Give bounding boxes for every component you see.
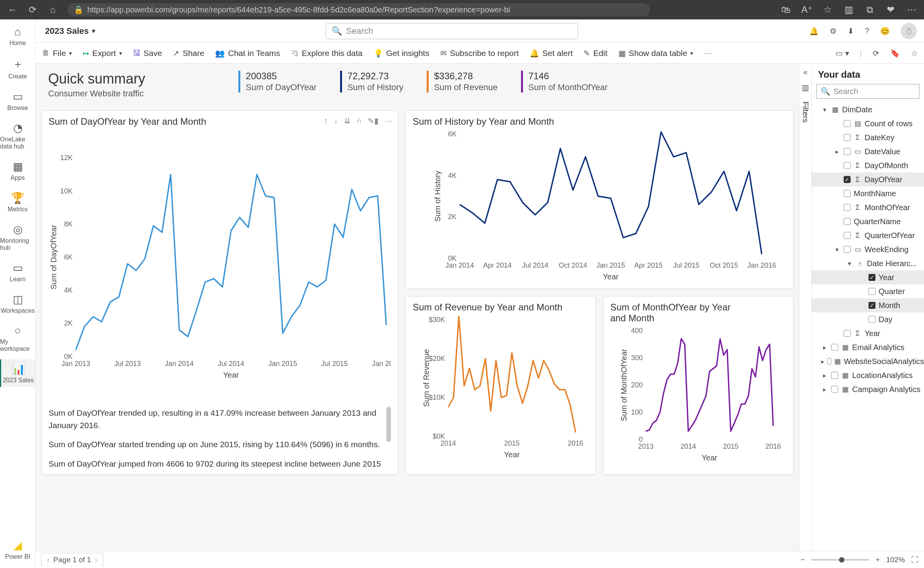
checkbox[interactable] (844, 162, 851, 169)
rail-footer[interactable]: ◢Power BI (0, 536, 35, 563)
kpi-card[interactable]: 7146Sum of MonthOfYear (521, 71, 608, 92)
show-data-table-button[interactable]: ▦Show data table▾ (618, 49, 693, 58)
set-alert-button[interactable]: 🔔Set alert (530, 49, 573, 58)
read-aloud-icon[interactable]: A⁺ (801, 4, 812, 15)
field-websitesocialanalytics[interactable]: ▸▦WebsiteSocialAnalytics (812, 354, 924, 368)
field-locationanalytics[interactable]: ▸▦LocationAnalytics (812, 368, 924, 382)
more-options-icon[interactable]: ⋯ (704, 49, 712, 58)
export-menu[interactable]: ↦Export▾ (83, 49, 122, 58)
field-date-hierarc-[interactable]: ▾⑃Date Hierarc... (812, 256, 924, 270)
kpi-card[interactable]: $336,278Sum of Revenue (427, 71, 498, 92)
workspace-selector[interactable]: 2023 Sales ▾ (45, 26, 95, 36)
rail-item-onelake-data-hub[interactable]: ◔OneLake data hub (0, 118, 35, 153)
field-count-of-rows[interactable]: ▤Count of rows (812, 117, 924, 131)
expand-all-icon[interactable]: ⇊ (344, 116, 351, 125)
checkbox[interactable] (844, 190, 851, 197)
field-quarterofyear[interactable]: ΣQuarterOfYear (812, 228, 924, 242)
chevron-icon[interactable]: ▸ (821, 372, 828, 379)
field-quarter[interactable]: Quarter (812, 284, 924, 298)
field-monthofyear[interactable]: ΣMonthOfYear (812, 200, 924, 214)
settings-icon[interactable]: ⚙ (830, 26, 837, 36)
checkbox[interactable] (844, 218, 851, 225)
chevron-icon[interactable]: ▸ (834, 148, 841, 155)
rail-item-my-workspace[interactable]: ○My workspace (0, 321, 35, 355)
field-datevalue[interactable]: ▸▭DateValue (812, 145, 924, 159)
chart-icon[interactable]: ▥ (802, 83, 809, 92)
chevron-icon[interactable]: ▸ (821, 344, 828, 351)
notifications-icon[interactable]: 🔔 (809, 26, 819, 36)
rail-item-2023-sales[interactable]: 📊2023 Sales (0, 359, 35, 387)
checkbox[interactable] (844, 204, 851, 211)
zoom-in-button[interactable]: + (875, 556, 880, 564)
star-icon[interactable]: ☆ (911, 49, 918, 58)
field-month[interactable]: ✓Month (812, 298, 924, 312)
field-quartername[interactable]: QuarterName (812, 214, 924, 228)
checkbox[interactable]: ✓ (868, 274, 875, 281)
field-dayofmonth[interactable]: ΣDayOfMonth (812, 159, 924, 172)
filters-rail[interactable]: « ▥ Filters (799, 64, 811, 551)
checkbox[interactable] (868, 316, 875, 323)
checkbox[interactable] (827, 358, 831, 365)
chevron-right-icon[interactable]: › (95, 556, 97, 564)
scrollbar-thumb[interactable] (386, 407, 391, 442)
checkbox[interactable] (844, 232, 851, 239)
rail-item-create[interactable]: ＋Create (0, 54, 35, 83)
account-avatar[interactable]: ⍥ (901, 23, 917, 39)
rail-item-metrics[interactable]: 🏆Metrics (0, 188, 35, 216)
feedback-icon[interactable]: 😊 (880, 26, 890, 36)
collapse-icon[interactable]: « (803, 68, 808, 77)
refresh-button[interactable]: ⟳ (27, 4, 38, 15)
field-monthname[interactable]: MonthName (812, 186, 924, 200)
filter-icon[interactable]: ✎▮ (368, 116, 379, 125)
zoom-slider[interactable] (811, 559, 869, 561)
bookmark-icon[interactable]: 🔖 (890, 49, 900, 58)
checkbox[interactable] (831, 386, 838, 393)
rail-item-monitoring-hub[interactable]: ◎Monitoring hub (0, 220, 35, 254)
checkbox[interactable] (844, 120, 851, 127)
edit-button[interactable]: ✎Edit (584, 49, 607, 58)
rail-item-workspaces[interactable]: ◫Workspaces (0, 290, 35, 317)
chat-teams-button[interactable]: 👥Chat in Teams (215, 49, 280, 58)
global-search[interactable]: 🔍 Search (326, 23, 578, 39)
chevron-icon[interactable]: ▸ (821, 386, 828, 393)
address-bar[interactable]: 🔒 https://app.powerbi.com/groups/me/repo… (68, 3, 650, 16)
home-button[interactable]: ⌂ (47, 4, 58, 15)
back-button[interactable]: ← (7, 4, 18, 15)
drill-down-icon[interactable]: ↓ (334, 116, 338, 125)
rail-item-browse[interactable]: ▭Browse (0, 87, 35, 115)
more-icon[interactable]: ⋯ (385, 116, 393, 125)
fit-page-icon[interactable]: ⛶ (911, 556, 919, 564)
checkbox[interactable] (831, 372, 838, 379)
refresh-visuals-icon[interactable]: ⟳ (873, 49, 879, 58)
checkbox[interactable] (831, 344, 838, 351)
tile-monthofyear[interactable]: Sum of MonthOfYear by Year and Month 010… (603, 296, 794, 475)
chevron-icon[interactable]: ▾ (821, 106, 828, 113)
get-insights-button[interactable]: 💡Get insights (373, 49, 429, 58)
field-year[interactable]: ΣYear (812, 326, 924, 340)
chevron-icon[interactable]: ▾ (834, 246, 841, 253)
field-dayofyear[interactable]: ✓ΣDayOfYear (812, 172, 924, 186)
checkbox[interactable] (868, 288, 875, 295)
zoom-thumb[interactable] (839, 557, 844, 563)
tile-revenue[interactable]: Sum of Revenue by Year and Month $0K$10K… (405, 296, 596, 475)
kpi-card[interactable]: 200385Sum of DayOfYear (238, 71, 317, 92)
file-menu[interactable]: 🗎File▾ (42, 49, 72, 58)
field-campaign-analytics[interactable]: ▸▦Campaign Analytics (812, 382, 924, 396)
more-icon[interactable]: ⋯ (906, 4, 917, 15)
shopping-icon[interactable]: 🛍 (780, 4, 791, 15)
checkbox[interactable]: ✓ (844, 176, 851, 183)
zoom-out-button[interactable]: − (801, 556, 805, 564)
explore-data-button[interactable]: ᦀExplore this data (291, 49, 362, 58)
field-weekending[interactable]: ▾▭WeekEnding (812, 242, 924, 256)
rail-item-learn[interactable]: ▭Learn (0, 258, 35, 286)
chevron-left-icon[interactable]: ‹ (47, 556, 49, 564)
checkbox[interactable] (844, 148, 851, 155)
rail-item-home[interactable]: ⌂Home (0, 23, 35, 50)
share-button[interactable]: ↗Share (173, 49, 204, 58)
field-year[interactable]: ✓Year (812, 270, 924, 284)
checkbox[interactable] (844, 134, 851, 141)
copilot-icon[interactable]: ❤ (885, 4, 896, 15)
data-search[interactable]: 🔍 Search (816, 84, 919, 99)
chevron-icon[interactable]: ▾ (846, 260, 853, 267)
view-mode-icon[interactable]: ▭ ▾ (835, 49, 849, 58)
